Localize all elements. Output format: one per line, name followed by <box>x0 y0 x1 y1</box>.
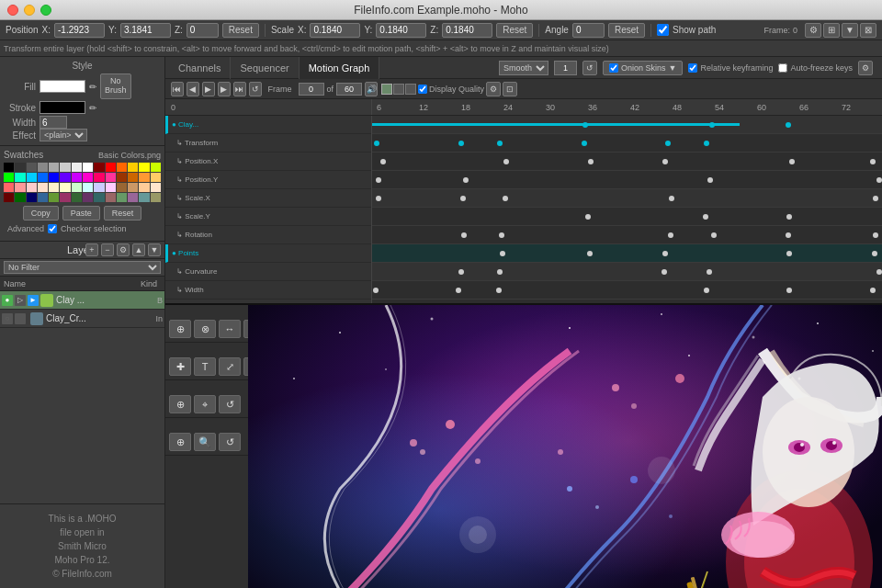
refresh-icon[interactable]: ↺ <box>582 61 597 75</box>
keyframe-dot[interactable] <box>704 288 709 293</box>
color-swatch[interactable] <box>106 173 116 182</box>
layer-visibility-toggle[interactable]: ● <box>2 295 13 306</box>
layer-lock-button[interactable]: ▷ <box>15 295 26 306</box>
layer-filter-select[interactable]: No Filter <box>4 261 161 274</box>
keyframe-dot[interactable] <box>873 232 878 238</box>
keyframe-dot[interactable] <box>503 159 509 164</box>
scale-y-input[interactable] <box>376 23 426 38</box>
layer-tool-3[interactable]: ⤢ <box>219 357 241 376</box>
color-swatch[interactable] <box>106 163 116 172</box>
keyframe-dot[interactable] <box>458 141 464 146</box>
keyframe-dot[interactable] <box>786 288 792 293</box>
color-swatch[interactable] <box>83 183 93 192</box>
keyframe-dot[interactable] <box>662 251 668 256</box>
display-checkbox[interactable] <box>418 85 427 94</box>
loop-button[interactable]: ↺ <box>249 82 262 96</box>
workspace-tool-3[interactable]: ↺ <box>219 433 241 451</box>
camera-tool-1[interactable]: ⊕ <box>169 395 191 413</box>
keyframe-dot[interactable] <box>456 288 461 293</box>
keyframe-dot[interactable] <box>786 232 791 238</box>
color-swatch[interactable] <box>94 163 104 172</box>
color-swatch[interactable] <box>151 193 161 202</box>
tab-channels[interactable]: Channels <box>169 57 231 79</box>
color-swatch[interactable] <box>4 163 14 172</box>
reset-button-1[interactable]: Reset <box>222 23 259 38</box>
audio-button[interactable]: 🔊 <box>365 82 378 96</box>
auto-freeze-checkbox[interactable] <box>778 63 787 73</box>
color-swatch[interactable] <box>117 163 127 172</box>
workspace-tool-1[interactable]: ⊕ <box>169 433 191 451</box>
fill-brush-icon[interactable]: ✏ <box>89 82 96 92</box>
keyframe-dot[interactable] <box>665 141 671 146</box>
layer-row[interactable]: ○ Clay_Cr... In <box>0 310 164 328</box>
go-start-button[interactable]: ⏮ <box>171 82 184 96</box>
color-swatch[interactable] <box>106 193 116 202</box>
color-swatch[interactable] <box>72 183 82 192</box>
camera-tool-3[interactable]: ↺ <box>219 395 241 413</box>
workspace-tool-2[interactable]: 🔍 <box>194 433 216 451</box>
color-swatch[interactable] <box>128 173 138 182</box>
color-swatch[interactable] <box>83 173 93 182</box>
keyframe-dot[interactable] <box>497 141 503 146</box>
keyframe-dot[interactable] <box>668 232 673 238</box>
color-swatch[interactable] <box>60 163 70 172</box>
keyframe-dot[interactable] <box>669 196 674 201</box>
keyframe-dot[interactable] <box>786 251 792 256</box>
color-swatch[interactable] <box>15 183 25 192</box>
keyframe-dot[interactable] <box>380 159 386 164</box>
keyframe-dot[interactable] <box>500 251 505 256</box>
keyframe-dot[interactable] <box>870 288 876 293</box>
width-input[interactable] <box>40 116 67 129</box>
keyframe-dot[interactable] <box>707 269 712 275</box>
color-swatch[interactable] <box>151 163 161 172</box>
toolbar-icon-2[interactable]: ⊞ <box>823 23 840 38</box>
effect-select[interactable]: <plain> <box>40 129 87 141</box>
fullscreen-button[interactable]: ⊡ <box>503 82 517 96</box>
keyframe-dot[interactable] <box>373 288 379 293</box>
keyframe-dot[interactable] <box>707 177 713 183</box>
keyframe-dot[interactable] <box>703 214 708 220</box>
layer-visibility-toggle-2[interactable]: ○ <box>2 313 13 324</box>
display-settings-button[interactable]: ⚙ <box>486 82 501 96</box>
color-swatch[interactable] <box>83 193 93 202</box>
color-swatch[interactable] <box>139 163 149 172</box>
go-end-button[interactable]: ⏭ <box>233 82 246 96</box>
quality-btn-2[interactable] <box>393 84 404 95</box>
color-swatch[interactable] <box>49 173 59 182</box>
color-swatch[interactable] <box>4 173 14 182</box>
prev-frame-button[interactable]: ◀ <box>187 82 199 96</box>
color-swatch[interactable] <box>38 193 48 202</box>
play-button[interactable]: ▶ <box>202 82 215 96</box>
color-swatch[interactable] <box>72 173 82 182</box>
toolbar-icon-4[interactable]: ⊠ <box>860 23 876 38</box>
bone-tool-1[interactable]: ⊕ <box>169 320 191 338</box>
quality-btn-1[interactable] <box>381 84 392 95</box>
layer-lock-button-2[interactable] <box>15 313 26 324</box>
total-frames-input[interactable] <box>336 83 362 96</box>
keyframe-dot[interactable] <box>786 214 792 220</box>
color-swatch[interactable] <box>128 193 138 202</box>
keyframe-dot[interactable] <box>503 196 508 201</box>
keyframe-dot[interactable] <box>711 232 717 238</box>
color-swatch[interactable] <box>60 183 70 192</box>
color-swatch[interactable] <box>15 193 25 202</box>
keyframe-dot[interactable] <box>876 177 882 183</box>
z-input[interactable] <box>187 23 219 38</box>
add-layer-button[interactable]: + <box>85 243 98 256</box>
next-frame-button[interactable]: ▶ <box>218 82 231 96</box>
color-swatch[interactable] <box>139 173 149 182</box>
paste-button[interactable]: Paste <box>62 206 100 220</box>
keyframe-dot[interactable] <box>458 269 464 275</box>
color-swatch[interactable] <box>151 183 161 192</box>
keyframe-dot[interactable] <box>461 232 467 238</box>
keyframe-dot[interactable] <box>496 288 502 293</box>
checker-checkbox[interactable] <box>48 224 57 233</box>
reset-button-2[interactable]: Reset <box>496 23 533 38</box>
color-swatch[interactable] <box>4 193 14 202</box>
stroke-color-box[interactable] <box>40 101 85 114</box>
keyframe-dot[interactable] <box>585 214 591 220</box>
color-swatch[interactable] <box>49 183 59 192</box>
color-swatch[interactable] <box>27 193 37 202</box>
layer-solo-button[interactable]: ► <box>28 295 39 306</box>
keyframe-dot[interactable] <box>876 269 882 275</box>
